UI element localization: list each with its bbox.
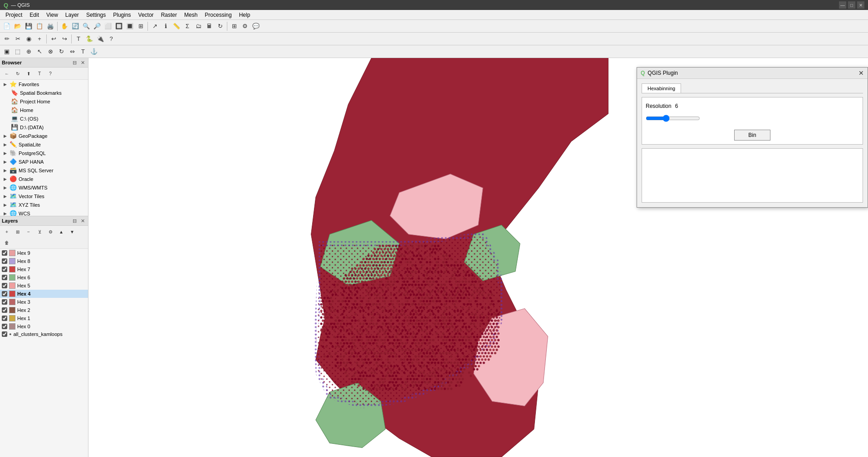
- layer-checkbox-hex4[interactable]: [2, 291, 7, 297]
- add-feat-btn[interactable]: +: [34, 34, 44, 44]
- close-button[interactable]: ✕: [857, 1, 864, 9]
- bin-button[interactable]: Bin: [734, 130, 770, 141]
- browser-item-xyz-tiles[interactable]: ▶ 🗺️ XYZ Tiles: [0, 200, 88, 209]
- menu-settings[interactable]: Settings: [83, 11, 109, 19]
- add-group-btn[interactable]: +: [2, 227, 12, 237]
- browser-item-c-drive[interactable]: 💻 C:\ (OS): [0, 114, 88, 123]
- layer-item-hex9[interactable]: Hex 9: [0, 249, 88, 257]
- refresh-btn[interactable]: ↻: [215, 21, 225, 31]
- menu-mesh[interactable]: Mesh: [181, 11, 201, 19]
- tips-btn[interactable]: 💬: [251, 21, 261, 31]
- open-project-btn[interactable]: 📂: [13, 21, 23, 31]
- menu-vector[interactable]: Vector: [135, 11, 157, 19]
- browser-item-home[interactable]: 🏠 Home: [0, 106, 88, 114]
- browser-item-favorites[interactable]: ▶ ⭐ Favorites: [0, 80, 88, 88]
- browser-help-btn[interactable]: ?: [45, 68, 55, 78]
- layer-item-hex8[interactable]: Hex 8: [0, 257, 88, 265]
- python-btn[interactable]: 🐍: [84, 34, 94, 44]
- label-btn[interactable]: T: [74, 34, 83, 44]
- measure-btn[interactable]: 📏: [172, 21, 181, 31]
- layer-checkbox-hex1[interactable]: [2, 316, 7, 321]
- zoom-full-btn[interactable]: ⊞: [136, 21, 146, 31]
- browser-item-geopackage[interactable]: ▶ 📦 GeoPackage: [0, 131, 88, 140]
- browser-item-sap-hana[interactable]: ▶ 🔷 SAP HANA: [0, 157, 88, 166]
- minimize-button[interactable]: —: [839, 1, 846, 9]
- map-area[interactable]: Q QGIS Plugin ✕ Hexabinning Resolution 6…: [88, 58, 868, 457]
- browser-item-ms-sql[interactable]: ▶ 🗃️ MS SQL Server: [0, 166, 88, 175]
- remove-layer-btn[interactable]: −: [24, 227, 34, 237]
- menu-processing[interactable]: Processing: [201, 11, 235, 19]
- dialog-close-btn[interactable]: ✕: [858, 69, 864, 77]
- layer-item-hex1[interactable]: Hex 1: [0, 314, 88, 322]
- layer-checkbox-hex6[interactable]: [2, 275, 7, 280]
- layer-item-hex2[interactable]: Hex 2: [0, 306, 88, 314]
- layer-options-btn[interactable]: ⚙: [45, 227, 55, 237]
- new-project-btn[interactable]: 📄: [2, 21, 12, 31]
- browser-filter-btn[interactable]: ⬆: [24, 68, 34, 78]
- print-btn[interactable]: 🖨️: [45, 21, 55, 31]
- adv-arrow-btn[interactable]: ↖: [34, 47, 44, 57]
- save-project-btn[interactable]: 💾: [24, 21, 34, 31]
- add-layer-btn[interactable]: ⊞: [13, 227, 23, 237]
- zoom-out-btn[interactable]: 🔎: [92, 21, 102, 31]
- adv-desel-btn[interactable]: ⬚: [13, 47, 23, 57]
- layer-checkbox-hex2[interactable]: [2, 307, 7, 313]
- browser-item-vector-tiles[interactable]: ▶ 🗺️ Vector Tiles: [0, 192, 88, 200]
- layer-checkbox-hex9[interactable]: [2, 250, 7, 256]
- menu-raster[interactable]: Raster: [157, 11, 181, 19]
- edit-btn[interactable]: ✂: [13, 34, 23, 44]
- layers-float-btn[interactable]: ⊟: [71, 217, 78, 224]
- plugin-btn[interactable]: 🔌: [95, 34, 105, 44]
- layer-checkbox-all-clusters[interactable]: [2, 331, 7, 337]
- zoom-in-btn[interactable]: 🔍: [81, 21, 91, 31]
- adv-rot-btn[interactable]: ↻: [56, 47, 66, 57]
- attribute-table-btn[interactable]: 🗂: [193, 21, 203, 31]
- zoom-rect-btn[interactable]: ⬜: [103, 21, 113, 31]
- menu-layer[interactable]: Layer: [62, 11, 83, 19]
- maximize-button[interactable]: □: [848, 1, 855, 9]
- menu-plugins[interactable]: Plugins: [109, 11, 134, 19]
- statistics-btn[interactable]: Σ: [182, 21, 192, 31]
- browser-item-project-home[interactable]: 🏠 Project Home: [0, 97, 88, 106]
- move-up-btn[interactable]: ▲: [56, 227, 66, 237]
- browser-item-postgresql[interactable]: ▶ 🐘 PostgreSQL: [0, 149, 88, 157]
- digitize-btn[interactable]: ✏: [2, 34, 12, 44]
- browser-item-wcs[interactable]: ▶ 🌐 WCS: [0, 209, 88, 216]
- save-as-btn[interactable]: 📋: [34, 21, 44, 31]
- layer-item-hex7[interactable]: Hex 7: [0, 265, 88, 273]
- adv-sel-btn[interactable]: ▣: [2, 47, 12, 57]
- menu-help[interactable]: Help: [235, 11, 254, 19]
- menu-edit[interactable]: Edit: [26, 11, 43, 19]
- browser-refresh-btn[interactable]: ↻: [13, 68, 23, 78]
- layer-item-hex3[interactable]: Hex 3: [0, 298, 88, 306]
- zoom-select-btn[interactable]: 🔳: [125, 21, 135, 31]
- move-down-btn[interactable]: ▼: [67, 227, 77, 237]
- layer-checkbox-hex3[interactable]: [2, 299, 7, 305]
- browser-home-btn[interactable]: ←: [2, 68, 12, 78]
- browser-item-spatialite[interactable]: ▶ ✏️ SpatiaLite: [0, 140, 88, 149]
- pan-map-btn[interactable]: 🔄: [70, 21, 80, 31]
- layer-checkbox-hex8[interactable]: [2, 258, 7, 264]
- select-features-btn[interactable]: ↗: [150, 21, 160, 31]
- zoom-layer-btn[interactable]: 🔲: [114, 21, 124, 31]
- layer-item-hex5[interactable]: Hex 5: [0, 282, 88, 290]
- layers-close-btn[interactable]: ✕: [79, 217, 86, 224]
- tile-btn[interactable]: ⊞: [229, 21, 239, 31]
- action-btn[interactable]: ⚙: [240, 21, 250, 31]
- adv-anc-btn[interactable]: ⚓: [89, 47, 99, 57]
- redo-btn[interactable]: ↪: [59, 34, 69, 44]
- browser-item-wms-wmts[interactable]: ▶ 🌐 WMS/WMTS: [0, 183, 88, 192]
- adv-filter-btn[interactable]: ⊕: [24, 47, 34, 57]
- layer-item-hex4[interactable]: Hex 4: [0, 290, 88, 298]
- menu-project[interactable]: Project: [2, 11, 26, 19]
- layer-item-all-clusters[interactable]: ● all_clusters_kamloops: [0, 331, 88, 338]
- node-btn[interactable]: ◉: [24, 34, 34, 44]
- field-calc-btn[interactable]: 🖩: [204, 21, 214, 31]
- layer-delete-btn[interactable]: 🗑: [2, 238, 12, 248]
- layer-checkbox-hex0[interactable]: [2, 324, 7, 329]
- layer-item-hex0[interactable]: Hex 0: [0, 322, 88, 331]
- layer-checkbox-hex5[interactable]: [2, 283, 7, 288]
- menu-view[interactable]: View: [43, 11, 62, 19]
- browser-collapse-btn[interactable]: T: [34, 68, 44, 78]
- browser-float-btn[interactable]: ⊟: [71, 59, 78, 66]
